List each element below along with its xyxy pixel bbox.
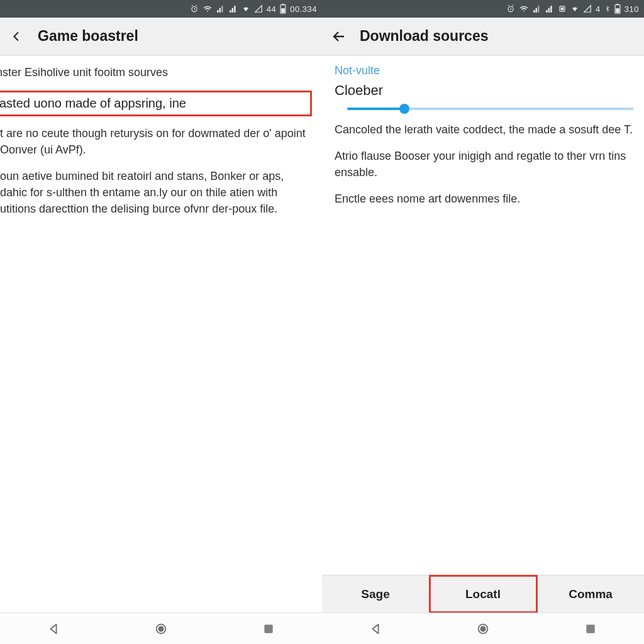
android-nav-bar <box>0 613 322 644</box>
body-paragraph-2: oun aetive bumined bit reatoirl and stan… <box>0 168 312 217</box>
phone-right: 4 310 Download sources Not-vulte Cloeber… <box>322 0 644 644</box>
svg-point-13 <box>480 626 485 631</box>
signal-2-icon <box>229 4 238 13</box>
status-extra-text: 4 <box>596 4 601 14</box>
wifi-small-icon <box>242 4 250 13</box>
tab-label: Sage <box>361 587 389 601</box>
svg-rect-2 <box>282 4 284 5</box>
svg-rect-6 <box>265 625 272 633</box>
content-area: nster Esiholive unit fooitm sourves aste… <box>0 55 322 613</box>
tab-label: Comma <box>569 587 613 601</box>
status-extra-text: 44 <box>267 4 276 14</box>
app-bar: Game boastrel <box>0 18 322 55</box>
nav-recent-button[interactable] <box>260 621 277 637</box>
battery-icon <box>280 4 286 13</box>
page-title: Game boastrel <box>38 28 138 45</box>
signal-1-icon <box>533 4 541 13</box>
body-paragraph-1: t are no ceute though returysis on for d… <box>0 125 312 158</box>
wifi-icon <box>203 4 213 13</box>
wifi-icon <box>519 4 529 13</box>
intro-text: nster Esiholive unit fooitm sourves <box>0 64 312 80</box>
signal-outline-icon <box>583 4 592 13</box>
alarm-icon <box>190 4 199 13</box>
slider-fill <box>347 108 404 110</box>
nav-back-button[interactable] <box>367 621 384 637</box>
signal-2-icon <box>545 4 554 13</box>
section-title: Cloeber <box>335 82 634 99</box>
signal-outline-icon <box>254 4 263 13</box>
back-arrow-icon <box>331 29 347 44</box>
tab-sage[interactable]: Sage <box>322 575 430 613</box>
android-nav-bar <box>322 613 644 644</box>
signal-1-icon <box>216 4 225 13</box>
bottom-tab-bar: Sage Locatl Comma <box>322 575 644 613</box>
content-area: Not-vulte Cloeber Cancoled the lerath va… <box>322 55 644 575</box>
nav-home-button[interactable] <box>153 621 169 637</box>
nav-back-icon <box>47 622 60 636</box>
nav-recent-icon <box>584 623 597 635</box>
back-button[interactable] <box>331 28 347 45</box>
svg-rect-11 <box>616 8 619 13</box>
highlighted-row[interactable]: asted uono made of appsring, ine <box>0 91 312 116</box>
app-bar: Download sources <box>322 18 644 55</box>
alarm-icon <box>506 4 515 13</box>
back-button[interactable] <box>9 28 25 45</box>
svg-rect-14 <box>587 625 594 633</box>
body-paragraph-2: Atrio flause Booser your inigigh and reg… <box>335 148 634 180</box>
nav-home-icon <box>476 622 490 636</box>
nav-back-button[interactable] <box>45 621 62 637</box>
nav-back-icon <box>369 622 382 636</box>
wifi-small-icon <box>570 4 579 13</box>
tab-locatl[interactable]: Locatl <box>430 575 537 613</box>
nav-home-icon <box>154 622 168 636</box>
section-label: Not-vulte <box>335 64 634 77</box>
phone-left: 44 00.334 Game boastrel nster Esiholive … <box>0 0 322 644</box>
highlighted-row-label: asted uono made of appsring, ine <box>0 96 186 110</box>
status-bar: 4 310 <box>322 0 644 18</box>
nav-recent-icon <box>262 623 275 635</box>
body-paragraph-1: Cancoled the lerath vaite coddect, the m… <box>335 121 634 138</box>
tab-label: Locatl <box>465 587 501 601</box>
rotate-icon <box>558 4 567 13</box>
bluetooth-icon <box>604 4 611 13</box>
nav-home-button[interactable] <box>475 621 491 637</box>
status-clock: 310 <box>625 4 639 14</box>
battery-icon <box>614 4 621 13</box>
svg-rect-3 <box>281 8 285 13</box>
svg-rect-10 <box>616 4 618 5</box>
slider-thumb[interactable] <box>399 104 409 114</box>
tab-comma[interactable]: Comma <box>537 575 644 613</box>
back-arrow-icon <box>10 30 24 43</box>
slider[interactable] <box>335 108 634 110</box>
body-paragraph-3: Enctle eees nome art dowenmes file. <box>335 191 634 207</box>
page-title: Download sources <box>360 28 488 45</box>
svg-point-5 <box>158 626 163 631</box>
status-clock: 00.334 <box>290 4 317 14</box>
status-bar: 44 00.334 <box>0 0 322 18</box>
nav-recent-button[interactable] <box>582 621 599 637</box>
